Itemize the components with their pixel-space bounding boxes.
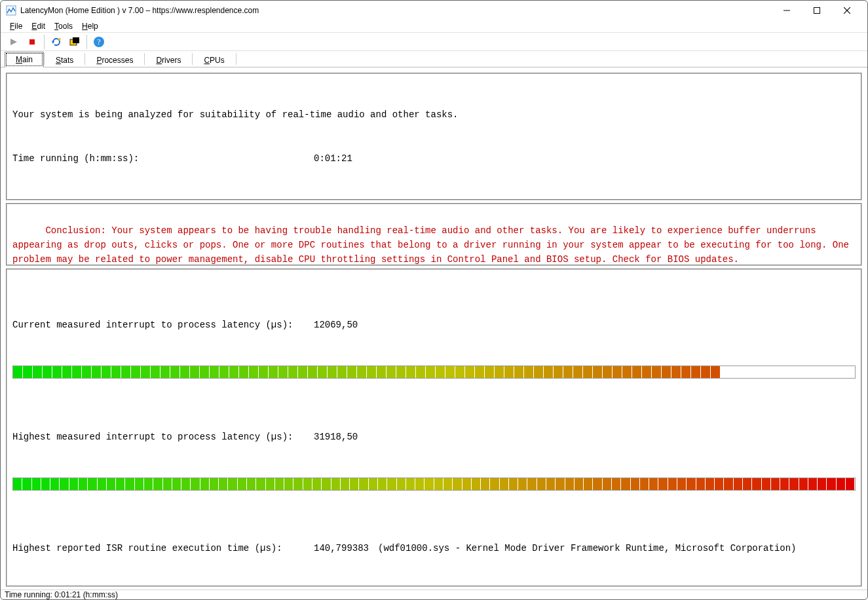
minimize-button[interactable] xyxy=(772,1,802,20)
tab-drivers[interactable]: Drivers xyxy=(145,52,192,67)
windows-button[interactable] xyxy=(66,34,84,50)
m2-bar xyxy=(12,478,856,491)
app-window: LatencyMon (Home Edition ) v 7.00 – http… xyxy=(0,0,868,600)
m2-value: 31918,50 xyxy=(314,430,358,444)
close-button[interactable] xyxy=(832,1,862,20)
toolbar: ? xyxy=(1,33,867,51)
svg-point-8 xyxy=(58,38,61,41)
m3-label: Highest reported ISR routine execution t… xyxy=(12,541,314,555)
svg-text:?: ? xyxy=(97,37,100,47)
tab-cpus[interactable]: CPUs xyxy=(193,52,235,67)
help-button[interactable]: ? xyxy=(90,34,108,50)
metrics-panel: Current measured interrupt to process la… xyxy=(6,269,862,587)
stop-button[interactable] xyxy=(23,34,41,50)
m2-label: Highest measured interrupt to process la… xyxy=(12,430,314,444)
time-running-label: Time running (h:mm:ss): xyxy=(12,151,314,166)
statusbar: Time running: 0:01:21 (h:mm:ss) xyxy=(1,590,867,599)
play-button[interactable] xyxy=(5,34,23,50)
info-line1: Your system is being analyzed for suitab… xyxy=(12,107,856,122)
svg-rect-6 xyxy=(29,39,35,45)
tab-processes[interactable]: Processes xyxy=(85,52,144,67)
m3-value: 140,799383 xyxy=(314,541,369,555)
menu-file[interactable]: File xyxy=(6,20,26,32)
svg-rect-2 xyxy=(814,8,820,14)
maximize-button[interactable] xyxy=(802,1,832,20)
info-panel: Your system is being analyzed for suitab… xyxy=(6,73,862,200)
tab-main[interactable]: Main xyxy=(5,52,44,67)
app-icon xyxy=(6,5,16,16)
titlebar: LatencyMon (Home Edition ) v 7.00 – http… xyxy=(1,1,867,20)
tab-stats[interactable]: Stats xyxy=(45,52,85,67)
refresh-button[interactable] xyxy=(47,34,66,50)
m1-label: Current measured interrupt to process la… xyxy=(12,318,314,332)
menubar: File Edit Tools Help xyxy=(1,20,867,33)
status-text: Time running: 0:01:21 (h:mm:ss) xyxy=(5,590,118,599)
title-text: LatencyMon (Home Edition ) v 7.00 – http… xyxy=(20,6,259,15)
conclusion-text: Conclusion: Your system appears to be ha… xyxy=(12,225,854,265)
menu-help[interactable]: Help xyxy=(78,20,102,32)
conclusion-panel: Conclusion: Your system appears to be ha… xyxy=(6,203,862,266)
time-running-value: 0:01:21 xyxy=(314,151,352,166)
m3-extra: (wdf01000.sys - Kernel Mode Driver Frame… xyxy=(378,541,797,555)
m1-bar xyxy=(12,366,856,379)
m1-value: 12069,50 xyxy=(314,318,358,332)
menu-tools[interactable]: Tools xyxy=(50,20,77,32)
tabstrip: Main Stats Processes Drivers CPUs xyxy=(1,51,867,67)
svg-marker-7 xyxy=(52,41,54,44)
svg-marker-5 xyxy=(10,39,17,45)
svg-rect-10 xyxy=(73,37,79,43)
menu-edit[interactable]: Edit xyxy=(28,20,49,32)
main-content: Your system is being analyzed for suitab… xyxy=(1,67,867,590)
